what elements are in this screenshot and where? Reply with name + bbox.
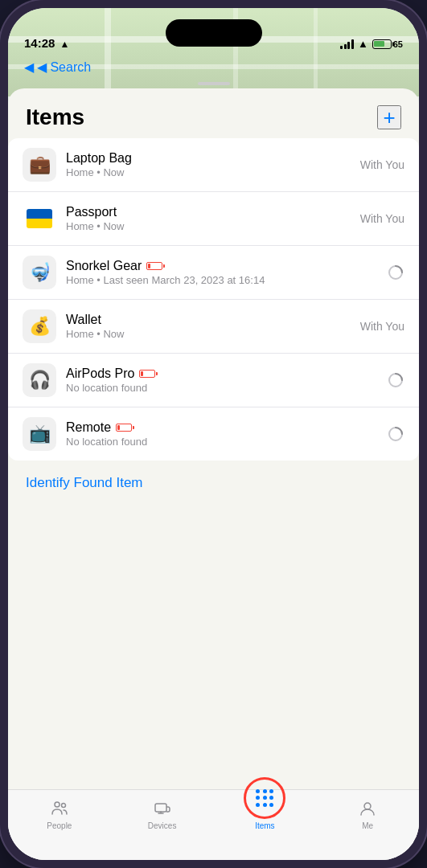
tab-devices[interactable]: Devices bbox=[111, 798, 214, 830]
battery-container: 65 bbox=[372, 39, 403, 49]
list-item[interactable]: 🎧 AirPods Pro No location found bbox=[8, 354, 419, 407]
svg-rect-5 bbox=[155, 804, 166, 812]
tab-items[interactable]: Items bbox=[214, 787, 317, 830]
main-sheet: Items + 💼 Laptop Bag Home • Now With You bbox=[8, 88, 419, 860]
item-info-snorkel-gear: Snorkel Gear Home • Last seen March 23, … bbox=[66, 259, 387, 286]
item-info-airpods-pro: AirPods Pro No location found bbox=[66, 366, 387, 394]
wifi-icon: ▲ bbox=[358, 38, 368, 50]
tab-people-label: People bbox=[47, 821, 72, 830]
sheet-header: Items + bbox=[8, 88, 419, 138]
signal-bars bbox=[340, 39, 354, 49]
svg-point-6 bbox=[364, 803, 371, 809]
svg-point-3 bbox=[55, 802, 60, 807]
item-status: With You bbox=[360, 320, 404, 333]
item-sub: No location found bbox=[66, 382, 387, 394]
list-item[interactable]: Passport Home • Now With You bbox=[8, 192, 419, 246]
item-name: Passport bbox=[66, 205, 117, 219]
me-icon bbox=[357, 798, 378, 819]
phone-frame: 14:28 ▲ ▲ 65 bbox=[0, 0, 427, 868]
item-sub: Home • Now bbox=[66, 220, 360, 232]
low-battery-indicator bbox=[139, 370, 155, 378]
identify-found-item-link[interactable]: Identify Found Item bbox=[8, 461, 419, 506]
loading-spinner bbox=[387, 371, 404, 389]
low-battery-indicator bbox=[116, 424, 132, 432]
battery-icon bbox=[372, 39, 392, 49]
phone-screen: 14:28 ▲ ▲ 65 bbox=[8, 8, 419, 860]
item-icon-airpods-pro: 🎧 bbox=[23, 363, 56, 397]
list-item[interactable]: 💰 Wallet Home • Now With You bbox=[8, 300, 419, 354]
tab-me[interactable]: Me bbox=[316, 798, 419, 830]
battery-low-icon bbox=[146, 262, 162, 270]
item-name-row: Passport bbox=[66, 205, 360, 219]
item-info-laptop-bag: Laptop Bag Home • Now bbox=[66, 151, 360, 178]
add-item-button[interactable]: + bbox=[377, 105, 401, 129]
location-icon: ▲ bbox=[60, 39, 70, 50]
battery-low-icon bbox=[139, 370, 155, 378]
item-name-row: Snorkel Gear bbox=[66, 259, 387, 273]
list-item[interactable]: 💼 Laptop Bag Home • Now With You bbox=[8, 138, 419, 192]
people-icon bbox=[49, 798, 70, 819]
item-name-row: Remote bbox=[66, 420, 387, 435]
loading-spinner bbox=[387, 425, 404, 443]
item-sub: Home • Now bbox=[66, 166, 360, 178]
item-info-passport: Passport Home • Now bbox=[66, 205, 360, 232]
item-name: Snorkel Gear bbox=[66, 259, 142, 273]
back-search-button[interactable]: ◀ ◀ Search bbox=[24, 59, 91, 75]
item-name-row: Laptop Bag bbox=[66, 151, 360, 166]
items-tab-circle bbox=[244, 777, 285, 819]
item-name-row: AirPods Pro bbox=[66, 366, 387, 381]
item-name: Wallet bbox=[66, 313, 101, 327]
tab-items-label: Items bbox=[255, 821, 274, 830]
dynamic-island bbox=[166, 19, 262, 47]
battery-fill bbox=[374, 41, 384, 47]
item-status: With You bbox=[360, 212, 404, 225]
battery-percent: 65 bbox=[393, 39, 403, 49]
items-dots-grid bbox=[256, 789, 273, 807]
back-chevron-icon: ◀ bbox=[24, 59, 34, 75]
item-name: AirPods Pro bbox=[66, 366, 134, 381]
item-name: Remote bbox=[66, 420, 111, 435]
item-name: Laptop Bag bbox=[66, 151, 132, 166]
item-info-wallet: Wallet Home • Now bbox=[66, 313, 360, 340]
item-icon-laptop-bag: 💼 bbox=[23, 148, 56, 182]
list-item[interactable]: 🤿 Snorkel Gear Home • Last seen March 23… bbox=[8, 246, 419, 300]
sheet-handle bbox=[198, 82, 230, 85]
loading-spinner bbox=[387, 264, 404, 281]
item-icon-wallet: 💰 bbox=[23, 309, 56, 343]
item-sub: No location found bbox=[66, 436, 387, 448]
item-sub: Home • Now bbox=[66, 328, 360, 340]
item-info-remote: Remote No location found bbox=[66, 420, 387, 448]
tab-people[interactable]: People bbox=[8, 798, 111, 830]
status-icons: ▲ 65 bbox=[340, 38, 403, 50]
devices-icon bbox=[152, 798, 173, 819]
item-name-row: Wallet bbox=[66, 313, 360, 327]
sheet-title: Items bbox=[26, 104, 84, 130]
battery-low-icon bbox=[116, 424, 132, 432]
search-bar-area[interactable]: ◀ ◀ Search bbox=[8, 55, 419, 79]
svg-point-4 bbox=[61, 804, 65, 808]
item-icon-passport bbox=[23, 202, 56, 235]
tab-devices-label: Devices bbox=[148, 821, 177, 830]
item-sub: Home • Last seen March 23, 2023 at 16:14 bbox=[66, 274, 387, 286]
tab-me-label: Me bbox=[362, 821, 373, 830]
tab-bar: People Devices bbox=[8, 789, 419, 860]
list-item[interactable]: 📺 Remote No location found bbox=[8, 407, 419, 461]
ukraine-flag-icon bbox=[27, 209, 52, 228]
low-battery-indicator bbox=[146, 262, 162, 270]
item-icon-snorkel-gear: 🤿 bbox=[23, 256, 56, 289]
item-icon-remote: 📺 bbox=[23, 417, 56, 451]
item-status: With You bbox=[360, 158, 404, 171]
search-label: ◀ Search bbox=[37, 59, 91, 75]
items-list: 💼 Laptop Bag Home • Now With You bbox=[8, 138, 419, 461]
